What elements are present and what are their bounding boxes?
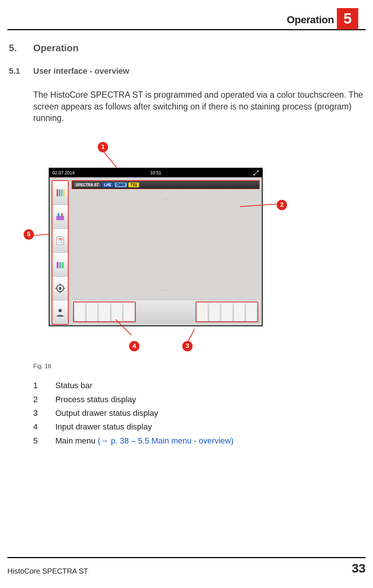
svg-rect-15 (62, 262, 64, 268)
legend-row: 5Main menu (→ p. 38 – 5.5 Main menu - ov… (33, 434, 364, 448)
drawer-slot (234, 302, 245, 321)
leader-line (34, 234, 49, 236)
device-time: 10:51 (150, 170, 161, 175)
svg-point-17 (59, 287, 62, 290)
callout-3: 3 (182, 341, 193, 351)
drawer-slot (123, 302, 135, 321)
input-drawer-status[interactable] (73, 302, 136, 322)
process-status-display[interactable]: ︿ ﹀ (72, 190, 260, 299)
figure-16: 1 2 3 4 5 02.07.2014 10:51 (33, 143, 314, 360)
main-menu[interactable] (52, 180, 69, 325)
section-heading: 5.Operation (9, 42, 364, 54)
legend-row: 3Output drawer status display (33, 406, 364, 420)
status-tag-lhe: LHE (102, 182, 113, 187)
drawer-slot (99, 302, 110, 321)
menu-btn-user[interactable] (52, 300, 68, 324)
status-tag-ts1: TS1 (128, 182, 139, 187)
drawer-slot (246, 302, 257, 321)
svg-rect-7 (58, 213, 59, 217)
svg-rect-6 (56, 216, 64, 220)
legend-row: 2Process status display (33, 393, 364, 406)
drawer-slot (197, 302, 208, 321)
drawer-slot (111, 302, 122, 321)
drawer-slot (209, 302, 220, 321)
intro-paragraph: The HistoCore SPECTRA ST is programmed a… (33, 89, 364, 124)
svg-rect-14 (59, 262, 61, 268)
svg-point-22 (58, 309, 62, 312)
status-tag-dwx: DWX (115, 182, 127, 187)
device-date: 02.07.2014 (52, 170, 75, 175)
scroll-down-icon[interactable]: ﹀ (162, 286, 170, 297)
status-tag-spectra: SPECTRA ST (74, 182, 101, 187)
footer-page-number: 33 (352, 561, 366, 575)
drawer-slot (221, 302, 232, 321)
legend-row: 1Status bar (33, 379, 364, 392)
status-bar[interactable]: SPECTRA ST LHE DWX TS1 (72, 180, 260, 189)
callout-5: 5 (24, 229, 34, 240)
cross-reference-link[interactable]: (→ p. 38 – 5.5 Main menu - overview) (98, 436, 234, 445)
svg-rect-3 (59, 189, 61, 196)
svg-rect-4 (61, 189, 62, 196)
device-top-bar: 02.07.2014 10:51 (49, 168, 262, 177)
subsection-heading: 5.1User interface - overview (9, 66, 364, 76)
network-icon (252, 169, 260, 177)
callout-1: 1 (98, 142, 108, 152)
leader-line (187, 328, 195, 342)
scroll-up-icon[interactable]: ︿ (162, 192, 170, 203)
callout-4: 4 (129, 341, 139, 351)
drawer-row (72, 300, 260, 323)
drawer-slot (86, 302, 98, 321)
page-header: Operation 5 (7, 8, 366, 30)
legend-row: 4Input drawer status display (33, 420, 364, 434)
touchscreen-device: 02.07.2014 10:51 (49, 168, 263, 326)
callout-2: 2 (277, 200, 287, 210)
subsection-number: 5.1 (9, 66, 33, 76)
chapter-title: Operation (287, 14, 334, 26)
menu-btn-stations[interactable] (52, 253, 68, 277)
footer-product: HistoCore SPECTRA ST (7, 567, 88, 575)
page-footer: HistoCore SPECTRA ST 33 (7, 557, 366, 575)
svg-rect-5 (63, 189, 65, 196)
figure-caption: Fig. 16 (33, 363, 364, 370)
figure-legend: 1Status bar 2Process status display 3Out… (33, 379, 364, 448)
svg-rect-2 (57, 189, 58, 196)
section-number: 5. (9, 42, 33, 54)
chapter-number-badge: 5 (337, 8, 358, 29)
svg-rect-13 (57, 262, 59, 268)
subsection-title: User interface - overview (33, 66, 129, 76)
drawer-slot (74, 302, 86, 321)
menu-btn-programs[interactable] (52, 229, 68, 253)
section-title: Operation (33, 42, 79, 53)
output-drawer-status[interactable] (196, 302, 258, 322)
menu-btn-settings[interactable] (52, 277, 68, 301)
leader-line (103, 152, 117, 168)
svg-rect-8 (61, 213, 63, 217)
menu-btn-reagents[interactable] (52, 181, 68, 205)
page-body: 5.Operation 5.1User interface - overview… (9, 42, 364, 448)
menu-btn-bathlayout[interactable] (52, 205, 68, 229)
